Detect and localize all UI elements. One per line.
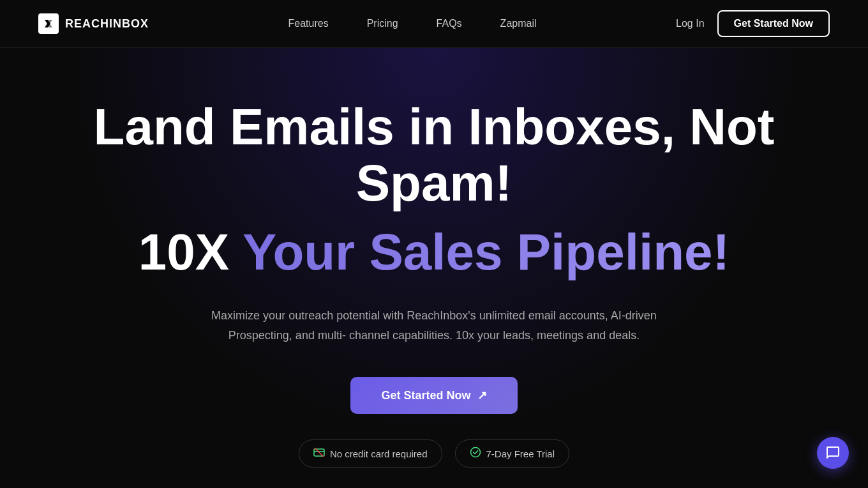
nav-item-pricing[interactable]: Pricing bbox=[367, 18, 398, 29]
hero-section: Land Emails in Inboxes, Not Spam! 10X Yo… bbox=[0, 48, 868, 488]
checkmark-icon bbox=[470, 446, 481, 461]
no-credit-card-label: No credit card required bbox=[330, 448, 428, 459]
navbar: REACHINBOX Features Pricing FAQs Zapmail… bbox=[0, 0, 868, 48]
arrow-icon: ↗ bbox=[477, 388, 487, 402]
svg-point-4 bbox=[470, 448, 480, 457]
no-credit-card-icon bbox=[313, 446, 325, 461]
hero-title-highlight: Your Sales Pipeline! bbox=[243, 224, 730, 280]
hero-cta-label: Get Started Now bbox=[381, 389, 470, 402]
login-button[interactable]: Log In bbox=[676, 18, 704, 29]
nav-link-zapmail[interactable]: Zapmail bbox=[500, 18, 537, 29]
nav-link-faqs[interactable]: FAQs bbox=[437, 18, 462, 29]
logo-text: REACHINBOX bbox=[65, 17, 149, 31]
nav-link-features[interactable]: Features bbox=[288, 18, 329, 29]
nav-link-pricing[interactable]: Pricing bbox=[367, 18, 398, 29]
logo[interactable]: REACHINBOX bbox=[38, 13, 149, 34]
hero-badges: No credit card required 7-Day Free Trial bbox=[299, 439, 569, 468]
hero-cta-container: Get Started Now ↗ bbox=[350, 377, 517, 414]
hero-title-line1: Land Emails in Inboxes, Not Spam! bbox=[83, 99, 785, 211]
nav-item-faqs[interactable]: FAQs bbox=[437, 18, 462, 29]
chat-icon bbox=[825, 445, 841, 461]
free-trial-badge: 7-Day Free Trial bbox=[455, 439, 570, 468]
hero-subtitle: Maximize your outreach potential with Re… bbox=[185, 306, 683, 345]
nav-actions: Log In Get Started Now bbox=[676, 10, 830, 37]
logo-icon bbox=[38, 13, 59, 34]
hero-title-prefix: 10X bbox=[138, 224, 243, 280]
nav-item-features[interactable]: Features bbox=[288, 18, 329, 29]
hero-get-started-button[interactable]: Get Started Now ↗ bbox=[350, 377, 517, 414]
hero-title-line2: 10X Your Sales Pipeline! bbox=[138, 224, 730, 280]
no-credit-card-badge: No credit card required bbox=[299, 439, 442, 468]
nav-links: Features Pricing FAQs Zapmail bbox=[288, 18, 537, 29]
nav-get-started-button[interactable]: Get Started Now bbox=[717, 10, 830, 37]
chat-support-button[interactable] bbox=[817, 437, 849, 469]
nav-item-zapmail[interactable]: Zapmail bbox=[500, 18, 537, 29]
free-trial-label: 7-Day Free Trial bbox=[486, 448, 555, 459]
